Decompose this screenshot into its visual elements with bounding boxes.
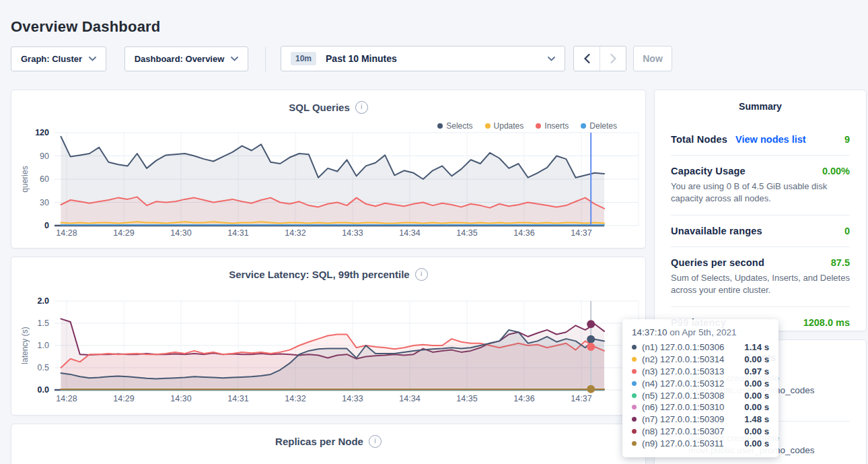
node-latency-value: 0.00 s: [744, 438, 769, 449]
svg-text:1.5: 1.5: [38, 319, 49, 328]
svg-text:14:29: 14:29: [113, 228, 134, 238]
range-label: Past 10 Minutes: [326, 53, 548, 64]
tooltip-node-row: (n4) 127.0.0.1:503120.00 s: [632, 377, 769, 389]
svg-text:14:28: 14:28: [56, 228, 77, 238]
next-range-button[interactable]: [600, 46, 626, 71]
legend-dot: [581, 123, 586, 129]
qps-value: 87.5: [831, 257, 850, 268]
node-address: (n8) 127.0.0.1:50307: [642, 426, 739, 436]
replicas-card: Replicas per Node i: [11, 424, 646, 464]
tooltip-date: on Apr 5th, 2021: [670, 327, 736, 337]
tooltip-node-row: (n1) 127.0.0.1:503061.14 s: [632, 341, 769, 354]
capacity-label: Capacity Usage: [671, 166, 746, 176]
service-latency-card: Service Latency: SQL, 99th percentile i …: [11, 257, 646, 416]
chart-hover-tooltip: 14:37:10 on Apr 5th, 2021 (n1) 127.0.0.1…: [622, 319, 779, 457]
node-latency-value: 0.00 s: [744, 378, 769, 389]
info-icon[interactable]: i: [355, 101, 368, 114]
node-latency-value: 0.97 s: [744, 366, 769, 376]
svg-text:60: 60: [40, 174, 49, 184]
sql-queries-chart[interactable]: 030609012014:2814:2914:3014:3114:3214:33…: [11, 120, 647, 240]
svg-text:14:33: 14:33: [342, 228, 363, 238]
qps-desc: Sum of Selects, Updates, Inserts, and De…: [671, 272, 850, 296]
svg-text:120: 120: [35, 128, 49, 137]
tooltip-node-row: (n3) 127.0.0.1:503130.97 s: [632, 366, 769, 378]
svg-text:14:33: 14:33: [342, 394, 363, 403]
svg-text:1.0: 1.0: [38, 341, 49, 350]
capacity-value: 0.00%: [822, 166, 850, 176]
now-button[interactable]: Now: [633, 46, 672, 71]
toolbar-divider: [265, 46, 266, 71]
node-latency-value: 1.14 s: [744, 342, 769, 352]
dashboard-dropdown[interactable]: Dashboard: Overview: [124, 46, 248, 71]
qps-label: Queries per second: [671, 257, 764, 268]
replicas-title: Replicas per Node: [275, 436, 363, 447]
legend-item-inserts: Inserts: [536, 121, 569, 131]
node-color-dot: [632, 345, 637, 350]
total-nodes-value: 9: [844, 134, 850, 145]
summary-row-capacity: Capacity Usage 0.00% You are using 0 B o…: [671, 155, 850, 215]
svg-text:14:35: 14:35: [456, 394, 477, 403]
p99-latency-value: 1208.0 ms: [803, 317, 850, 328]
prev-range-button[interactable]: [574, 46, 600, 71]
svg-text:0: 0: [44, 221, 49, 230]
tooltip-time: 14:37:10: [632, 327, 667, 337]
unavailable-ranges-value: 0: [844, 226, 850, 236]
svg-text:14:34: 14:34: [399, 394, 420, 403]
summary-row-unavailable: Unavailable ranges 0: [671, 215, 850, 246]
node-address: (n1) 127.0.0.1:50306: [642, 342, 739, 352]
svg-text:14:36: 14:36: [513, 394, 534, 403]
svg-text:14:30: 14:30: [170, 394, 191, 403]
node-color-dot: [632, 405, 637, 409]
svg-text:0.0: 0.0: [38, 385, 49, 395]
node-color-dot: [632, 381, 637, 386]
legend-item-deletes: Deletes: [581, 121, 617, 131]
node-color-dot: [632, 429, 637, 434]
graph-dropdown[interactable]: Graph: Cluster: [11, 46, 106, 71]
tooltip-timestamp: 14:37:10 on Apr 5th, 2021: [632, 327, 769, 337]
summary-row-total-nodes: Total Nodes View nodes list 9: [671, 124, 850, 155]
node-address: (n5) 127.0.0.1:50308: [642, 391, 739, 401]
node-latency-value: 0.00 s: [744, 354, 769, 364]
node-address: (n3) 127.0.0.1:50313: [642, 366, 739, 376]
svg-text:14:31: 14:31: [227, 228, 248, 238]
sql-queries-card: SQL Queries i SelectsUpdatesInsertsDelet…: [11, 90, 646, 248]
svg-text:14:32: 14:32: [285, 228, 305, 238]
node-latency-value: 0.00 s: [744, 391, 769, 401]
node-address: (n7) 127.0.0.1:50309: [642, 414, 739, 424]
chevron-down-icon: [548, 57, 555, 61]
node-latency-value: 0.00 s: [744, 426, 769, 436]
node-address: (n9) 127.0.0.1:50311: [642, 438, 739, 449]
tooltip-node-row: (n6) 127.0.0.1:503100.00 s: [632, 401, 769, 413]
info-icon[interactable]: i: [415, 268, 428, 281]
total-nodes-label: Total Nodes: [671, 134, 727, 145]
sql-queries-title: SQL Queries: [289, 102, 350, 113]
legend-dot: [437, 123, 443, 129]
info-icon[interactable]: i: [369, 435, 382, 448]
summary-title: Summary: [655, 90, 866, 124]
tooltip-node-row: (n7) 127.0.0.1:503091.48 s: [632, 413, 769, 426]
svg-text:2.0: 2.0: [38, 296, 49, 306]
chevron-left-icon: [584, 54, 590, 63]
tooltip-node-row: (n9) 127.0.0.1:503110.00 s: [632, 437, 769, 449]
svg-text:14:32: 14:32: [285, 394, 305, 403]
service-latency-title: Service Latency: SQL, 99th percentile: [229, 269, 409, 280]
node-color-dot: [632, 393, 637, 398]
svg-text:14:30: 14:30: [170, 228, 191, 238]
svg-text:14:36: 14:36: [513, 228, 534, 238]
tooltip-node-row: (n5) 127.0.0.1:503080.00 s: [632, 389, 769, 401]
svg-text:queries: queries: [20, 166, 30, 192]
view-nodes-list-link[interactable]: View nodes list: [735, 134, 806, 145]
unavailable-ranges-label: Unavailable ranges: [671, 226, 762, 236]
svg-text:14:28: 14:28: [56, 394, 77, 403]
legend-dot: [485, 123, 491, 129]
service-latency-chart[interactable]: 0.00.51.01.52.014:2814:2914:3014:3114:32…: [11, 287, 647, 408]
svg-text:14:31: 14:31: [227, 394, 248, 403]
summary-row-qps: Queries per second 87.5 Sum of Selects, …: [671, 246, 850, 306]
time-range-picker[interactable]: 10m Past 10 Minutes: [281, 46, 565, 71]
graph-dropdown-label: Graph: Cluster: [21, 54, 82, 64]
svg-text:14:37: 14:37: [571, 228, 591, 238]
sql-queries-legend: SelectsUpdatesInsertsDeletes: [437, 121, 617, 131]
svg-text:14:35: 14:35: [456, 228, 477, 238]
time-pager: [573, 46, 626, 71]
legend-dot: [536, 123, 541, 129]
